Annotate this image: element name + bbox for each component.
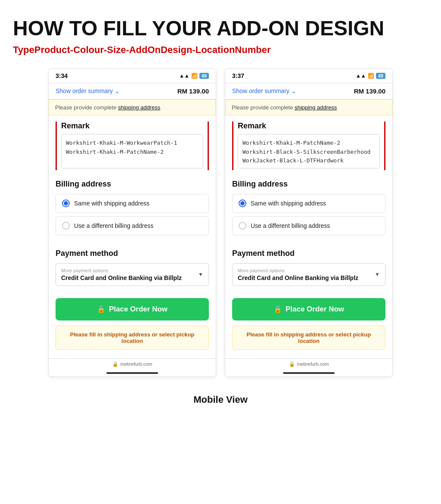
browser-url-left: mebrefurb.com [121, 361, 152, 367]
browser-bar-left: 🔒 mebrefurb.com [49, 358, 216, 370]
payment-value-right: Credit Card and Online Banking via Billp… [238, 274, 380, 281]
remark-section-left: Remark [49, 115, 216, 174]
radio-circle-same-left [62, 199, 70, 207]
status-time-left: 3:34 [56, 72, 68, 79]
radio-circle-diff-right [239, 222, 246, 230]
billing-section-left: Billing address Same with shipping addre… [49, 174, 216, 244]
remark-label-right: Remark [238, 121, 380, 131]
lock-icon-left: 🔒 [97, 305, 106, 313]
order-amount-left: RM 139.00 [177, 87, 209, 95]
place-order-label-right: Place Order Now [286, 305, 344, 314]
payment-dropdown-left[interactable]: More payment options Credit Card and Onl… [56, 263, 209, 286]
billing-title-right: Billing address [232, 180, 385, 189]
radio-inner-same-right [240, 201, 245, 205]
warning-wrapper-left: Please fill in shipping address or selec… [49, 326, 216, 358]
place-order-wrapper-right: 🔒 Place Order Now [225, 291, 392, 320]
phones-row: 3:34 ▲▲ 📶 49 Show order summary ⌄ RM 139… [13, 68, 428, 377]
status-icons-right: ▲▲ 📶 49 [356, 73, 385, 79]
payment-section-left: Payment method More payment options Cred… [49, 244, 216, 291]
home-indicator-left [106, 372, 158, 374]
payment-section-right: Payment method More payment options Cred… [225, 244, 392, 291]
remark-textarea-left[interactable] [61, 134, 203, 168]
remark-label-left: Remark [61, 121, 203, 131]
status-bar-left: 3:34 ▲▲ 📶 49 [49, 69, 216, 83]
signal-icon: ▲▲ [179, 73, 189, 79]
order-summary-link-right[interactable]: Show order summary ⌄ [232, 87, 296, 94]
remark-bracket-right: Remark [232, 121, 385, 170]
alert-box-right: Please provide complete shipping address [225, 100, 392, 115]
shipping-address-link-right[interactable]: shipping address [295, 104, 337, 111]
radio-circle-same-right [239, 199, 246, 207]
radio-same-shipping-left[interactable]: Same with shipping address [56, 194, 209, 213]
radio-same-label-right: Same with shipping address [251, 200, 326, 207]
remark-textarea-right[interactable] [238, 134, 380, 168]
place-order-button-right[interactable]: 🔒 Place Order Now [232, 298, 385, 320]
payment-dropdown-right[interactable]: More payment options Credit Card and Onl… [232, 263, 385, 286]
status-bar-right: 3:37 ▲▲ 📶 49 [225, 69, 392, 83]
place-order-label-left: Place Order Now [109, 305, 168, 314]
alert-box-left: Please provide complete shipping address [49, 100, 216, 115]
shipping-address-link-left[interactable]: shipping address [118, 104, 160, 111]
remark-section-right: Remark [225, 115, 392, 174]
place-order-button-left[interactable]: 🔒 Place Order Now [56, 298, 209, 320]
radio-diff-label-right: Use a different billing address [251, 222, 330, 229]
payment-small-label-left: More payment options [61, 268, 203, 273]
billing-title-left: Billing address [56, 180, 209, 189]
bottom-label: Mobile View [13, 394, 428, 405]
order-amount-right: RM 139.00 [354, 87, 385, 95]
payment-title-right: Payment method [232, 249, 385, 258]
remark-bracket-left: Remark [56, 121, 209, 170]
page-subtitle: TypeProduct-Colour-Size-AddOnDesign-Loca… [13, 44, 428, 56]
dropdown-arrow-left: ▼ [198, 271, 203, 277]
order-summary-link-left[interactable]: Show order summary ⌄ [56, 87, 120, 94]
warning-wrapper-right: Please fill in shipping address or selec… [225, 326, 392, 358]
wifi-icon: 📶 [191, 73, 198, 79]
page-main-title: HOW TO FILL YOUR ADD-ON DESIGN [13, 17, 428, 40]
battery-badge-right: 49 [376, 73, 385, 79]
status-icons-left: ▲▲ 📶 49 [179, 73, 209, 79]
radio-same-label-left: Same with shipping address [74, 200, 149, 207]
radio-different-billing-right[interactable]: Use a different billing address [232, 216, 385, 235]
payment-small-label-right: More payment options [238, 268, 380, 273]
phone-right: 3:37 ▲▲ 📶 49 Show order summary ⌄ RM 139… [225, 68, 393, 377]
browser-bar-right: 🔒 mebrefurb.com [225, 358, 392, 370]
warning-box-right: Please fill in shipping address or selec… [232, 326, 385, 350]
warning-box-left: Please fill in shipping address or selec… [56, 326, 209, 350]
order-summary-bar-right: Show order summary ⌄ RM 139.00 [225, 83, 392, 100]
phone-left: 3:34 ▲▲ 📶 49 Show order summary ⌄ RM 139… [48, 68, 216, 377]
dropdown-arrow-right: ▼ [375, 271, 380, 277]
radio-different-billing-left[interactable]: Use a different billing address [56, 216, 209, 235]
lock-small-icon-left: 🔒 [112, 361, 118, 367]
battery-badge-left: 49 [199, 73, 209, 79]
billing-section-right: Billing address Same with shipping addre… [225, 174, 392, 244]
home-indicator-right [283, 372, 335, 374]
signal-icon-right: ▲▲ [356, 73, 366, 79]
browser-url-right: mebrefurb.com [297, 361, 329, 367]
status-time-right: 3:37 [232, 72, 244, 79]
radio-same-shipping-right[interactable]: Same with shipping address [232, 194, 385, 213]
lock-small-icon-right: 🔒 [289, 361, 295, 367]
payment-title-left: Payment method [56, 249, 209, 258]
payment-value-left: Credit Card and Online Banking via Billp… [61, 274, 203, 281]
place-order-wrapper-left: 🔒 Place Order Now [49, 291, 216, 320]
lock-icon-right: 🔒 [273, 305, 282, 313]
radio-diff-label-left: Use a different billing address [74, 222, 153, 229]
order-summary-bar-left: Show order summary ⌄ RM 139.00 [49, 83, 216, 100]
radio-inner-same-left [64, 201, 68, 205]
radio-circle-diff-left [62, 222, 70, 230]
wifi-icon-right: 📶 [368, 73, 374, 79]
